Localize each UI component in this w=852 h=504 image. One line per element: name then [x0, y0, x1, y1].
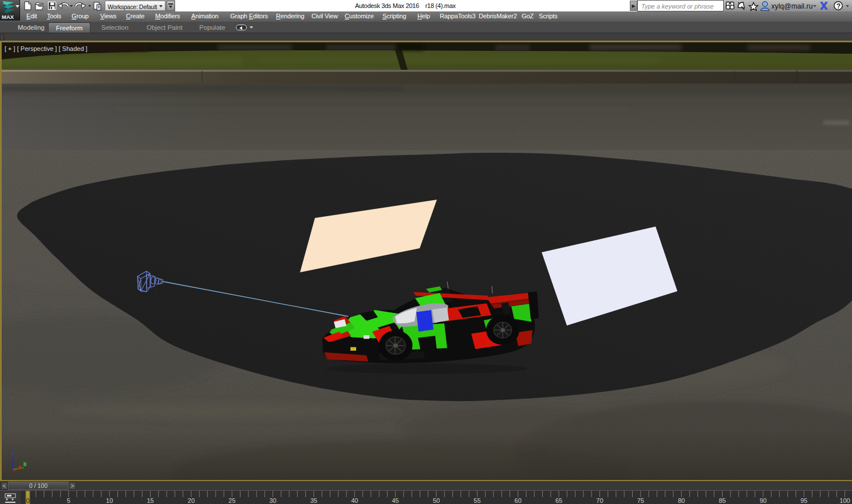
svg-text:10: 10	[106, 497, 113, 504]
svg-text:5: 5	[67, 497, 70, 504]
svg-text:100: 100	[839, 497, 850, 504]
svg-text:90: 90	[760, 497, 767, 504]
svg-text:35: 35	[310, 497, 317, 504]
svg-text:25: 25	[228, 497, 235, 504]
svg-text:55: 55	[474, 497, 480, 504]
svg-text:85: 85	[719, 497, 725, 504]
svg-text:65: 65	[555, 497, 562, 504]
svg-text:MAX: MAX	[2, 14, 14, 20]
svg-text:95: 95	[800, 497, 807, 504]
svg-text:15: 15	[147, 497, 153, 504]
svg-text:?: ?	[837, 2, 841, 10]
svg-text:xylq@mail.ru: xylq@mail.ru	[771, 2, 812, 10]
svg-text:60: 60	[515, 497, 522, 504]
svg-text:70: 70	[596, 497, 603, 504]
svg-text:40: 40	[351, 497, 358, 504]
svg-text:30: 30	[269, 497, 276, 504]
svg-text:z: z	[11, 451, 14, 457]
svg-text:80: 80	[678, 497, 685, 504]
svg-text:20: 20	[188, 497, 195, 504]
svg-text:0: 0	[26, 497, 29, 504]
svg-text:50: 50	[433, 497, 440, 504]
svg-text:45: 45	[392, 497, 399, 504]
svg-text:75: 75	[637, 497, 644, 504]
